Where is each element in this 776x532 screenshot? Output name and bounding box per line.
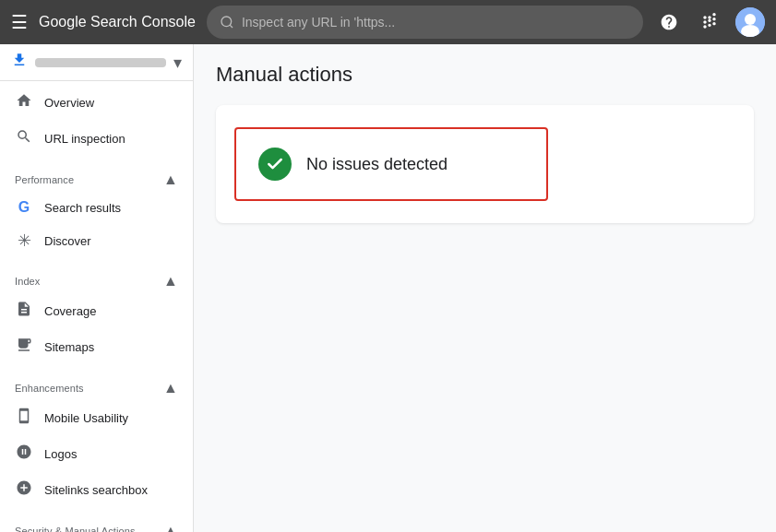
- apps-icon[interactable]: [695, 7, 724, 37]
- nav-section-performance: Performance ▲ G Search results ✳ Discove…: [0, 160, 193, 262]
- sidebar-item-coverage[interactable]: Coverage: [0, 293, 185, 329]
- site-url: [35, 58, 166, 67]
- main-content: Manual actions No issues detected: [194, 44, 776, 532]
- sidebar-item-coverage-label: Coverage: [44, 304, 96, 318]
- sitemaps-icon: [15, 337, 33, 358]
- site-download-icon: [11, 52, 28, 73]
- enhancements-chevron-icon: ▲: [163, 380, 178, 396]
- menu-icon[interactable]: ☰: [11, 11, 28, 33]
- check-circle-icon: [258, 148, 292, 181]
- sidebar-item-search-results[interactable]: G Search results: [0, 192, 185, 223]
- sidebar: ▾ Overview URL inspection Performance ▲: [0, 44, 194, 532]
- security-section-label[interactable]: Security & Manual Actions ▲: [0, 515, 193, 532]
- mobile-icon: [15, 408, 33, 429]
- sidebar-item-discover[interactable]: ✳ Discover: [0, 223, 185, 258]
- no-issues-text: No issues detected: [306, 155, 448, 174]
- enhancements-section-label[interactable]: Enhancements ▲: [0, 372, 193, 400]
- sidebar-item-logos[interactable]: Logos: [0, 436, 185, 472]
- nav-section-main: Overview URL inspection: [0, 81, 193, 160]
- search-input[interactable]: [242, 15, 630, 30]
- issues-card: No issues detected: [216, 105, 754, 223]
- sidebar-item-sitelinks-searchbox[interactable]: Sitelinks searchbox: [0, 472, 185, 508]
- search-icon: [220, 15, 234, 30]
- no-issues-box: No issues detected: [234, 127, 548, 201]
- sidebar-item-sitemaps-label: Sitemaps: [44, 340, 94, 354]
- sidebar-item-overview[interactable]: Overview: [0, 85, 185, 121]
- sidebar-item-overview-label: Overview: [44, 96, 94, 110]
- nav-section-index: Index ▲ Coverage Sitemaps: [0, 262, 193, 369]
- user-avatar[interactable]: [735, 7, 765, 37]
- svg-line-1: [230, 25, 233, 28]
- index-section-label[interactable]: Index ▲: [0, 266, 193, 293]
- performance-chevron-icon: ▲: [163, 171, 178, 188]
- performance-section-label[interactable]: Performance ▲: [0, 164, 193, 192]
- header-actions: [654, 7, 765, 37]
- app-logo: Google Search Console: [39, 14, 196, 30]
- help-icon[interactable]: [654, 7, 684, 37]
- google-g-icon: G: [15, 199, 33, 216]
- sidebar-item-logos-label: Logos: [44, 447, 77, 461]
- page-title: Manual actions: [216, 63, 754, 87]
- svg-point-3: [745, 14, 756, 25]
- sidebar-item-url-inspection[interactable]: URL inspection: [0, 121, 185, 157]
- home-icon: [15, 92, 33, 113]
- sidebar-item-sitelinks-searchbox-label: Sitelinks searchbox: [44, 483, 148, 497]
- sitelinks-icon: [15, 479, 33, 501]
- sidebar-item-search-results-label: Search results: [44, 201, 121, 215]
- page-layout: ▾ Overview URL inspection Performance ▲: [0, 44, 776, 532]
- site-chevron-icon: ▾: [173, 53, 182, 73]
- nav-section-enhancements: Enhancements ▲ Mobile Usability Logos S: [0, 369, 193, 512]
- coverage-icon: [15, 301, 33, 322]
- site-selector[interactable]: ▾: [0, 44, 193, 81]
- discover-icon: ✳: [15, 231, 33, 251]
- nav-section-security: Security & Manual Actions ▲ Manual actio…: [0, 512, 193, 532]
- sidebar-item-mobile-usability[interactable]: Mobile Usability: [0, 400, 185, 436]
- index-chevron-icon: ▲: [163, 273, 178, 290]
- url-inspection-icon: [15, 128, 33, 149]
- security-chevron-icon: ▲: [163, 523, 178, 532]
- sidebar-item-discover-label: Discover: [44, 234, 91, 248]
- sidebar-item-sitemaps[interactable]: Sitemaps: [0, 329, 185, 365]
- svg-point-0: [221, 17, 232, 27]
- app-header: ☰ Google Search Console: [0, 0, 776, 44]
- sidebar-item-url-inspection-label: URL inspection: [44, 132, 125, 146]
- sidebar-item-mobile-usability-label: Mobile Usability: [44, 411, 128, 425]
- search-bar[interactable]: [207, 6, 643, 39]
- logos-icon: [15, 443, 33, 465]
